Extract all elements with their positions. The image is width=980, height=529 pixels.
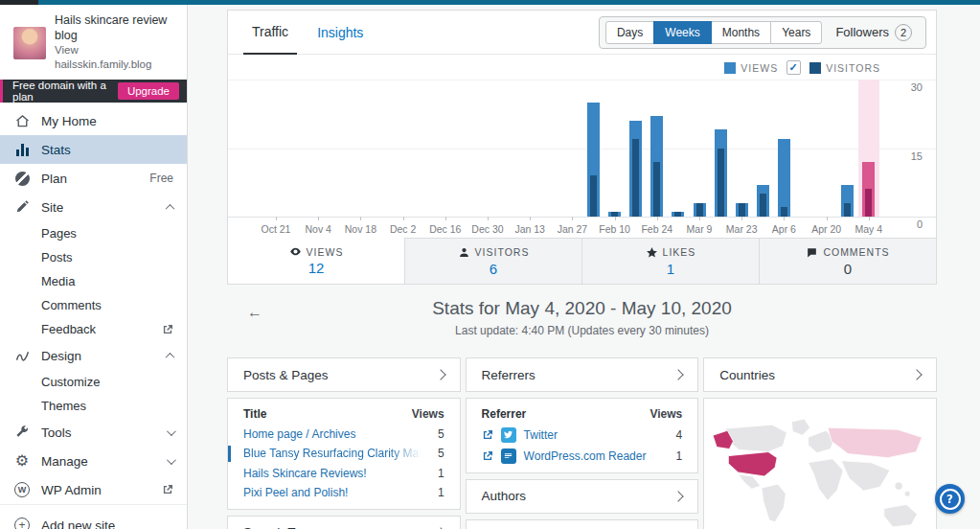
twitter-icon	[501, 427, 516, 443]
sidebar-item-tools[interactable]: Tools	[0, 418, 187, 447]
summary-tab-visitors[interactable]: VISITORS 6	[404, 238, 581, 284]
external-link-icon[interactable]	[482, 450, 493, 462]
x-axis-label: Feb 24	[634, 223, 680, 235]
sidebar-item-pages[interactable]: Pages	[0, 221, 187, 245]
visitors-bar[interactable]	[611, 212, 618, 217]
followers-button[interactable]: Followers 2	[822, 24, 923, 41]
sidebar-footer: + Add new site	[0, 504, 187, 529]
summary-tab-views[interactable]: VIEWS 12	[228, 238, 404, 284]
visitors-bar[interactable]	[590, 175, 597, 217]
stats-card: Traffic Insights Days Weeks Months Years…	[227, 10, 937, 285]
post-link[interactable]: Home page / Archives	[243, 427, 355, 441]
referrers-header[interactable]: Referrers	[466, 357, 699, 392]
x-axis-label: Jan 27	[549, 223, 595, 235]
table-row: Twitter 4	[467, 425, 698, 446]
sidebar-item-posts[interactable]: Posts	[0, 245, 187, 269]
x-axis-tick	[276, 217, 277, 220]
sidebar-item-label: Pages	[41, 226, 77, 241]
modules-column-3: Countries	[703, 357, 937, 529]
external-link-icon[interactable]	[482, 429, 493, 441]
sidebar-item-label: Customize	[41, 375, 100, 389]
summary-tab-likes[interactable]: LIKES 1	[581, 238, 759, 284]
visitors-bar[interactable]	[632, 139, 639, 217]
sidebar-item-customize[interactable]: Customize	[0, 370, 187, 394]
chevron-down-icon	[167, 429, 173, 436]
site-url-link[interactable]: View hailsskin.family.blog	[55, 43, 173, 72]
visitors-bar[interactable]	[696, 203, 703, 217]
summary-tab-comments[interactable]: COMMENTS 0	[759, 238, 936, 284]
x-axis-tick	[530, 217, 531, 220]
site-card[interactable]: Hails skincare review blog View hailsski…	[0, 5, 187, 80]
sidebar-item-stats[interactable]: Stats	[0, 135, 187, 164]
posts-pages-header[interactable]: Posts & Pages	[227, 357, 461, 392]
plus-circle-icon: +	[13, 517, 31, 529]
countries-map-card	[703, 398, 937, 529]
visitors-bar[interactable]	[739, 203, 745, 217]
sidebar-item-design[interactable]: Design	[0, 341, 187, 370]
sidebar-item-label: WP Admin	[41, 483, 102, 497]
x-axis-tick	[827, 217, 828, 220]
y-axis-label: 0	[917, 218, 923, 230]
visitors-bar[interactable]	[718, 149, 724, 218]
modules-column-2: Referrers Referrer Views Twitter 4 Wor	[466, 357, 699, 529]
visitors-checkbox[interactable]: ✓	[786, 60, 801, 75]
site-avatar	[13, 27, 46, 59]
interval-months-button[interactable]: Months	[711, 21, 771, 44]
interval-years-button[interactable]: Years	[770, 21, 822, 44]
sidebar-item-themes[interactable]: Themes	[0, 394, 187, 418]
chart-plot[interactable]: 01530Oct 21Nov 4Nov 18Dec 2Dec 16Dec 30J…	[228, 80, 936, 217]
sidebar-item-wp-admin[interactable]: W WP Admin	[0, 475, 187, 504]
visitors-bar[interactable]	[865, 189, 872, 217]
interval-weeks-button[interactable]: Weeks	[653, 21, 711, 44]
pencil-icon	[13, 198, 31, 216]
visitors-bar[interactable]	[674, 212, 681, 217]
sidebar-item-manage[interactable]: ⚙ Manage	[0, 447, 187, 475]
summary-label: COMMENTS	[823, 246, 889, 258]
back-arrow-button[interactable]: ←	[247, 304, 262, 321]
chart-gridline	[228, 217, 936, 218]
y-axis-label: 30	[911, 81, 923, 93]
upgrade-banner: Free domain with a plan Upgrade	[0, 80, 187, 103]
traffic-chart: VIEWS ✓ VISITORS 01530Oct 21Nov 4Nov 18D…	[228, 55, 936, 238]
chart-legend: VIEWS ✓ VISITORS	[724, 60, 880, 75]
summary-tabs: VIEWS 12 VISITORS 6 LIKES 1 COMMENTS 0	[228, 238, 936, 284]
tab-traffic[interactable]: Traffic	[243, 11, 297, 55]
visitors-swatch	[809, 62, 821, 74]
table-row: Pixi Peel and Polish! 1	[228, 483, 460, 503]
referrer-link[interactable]: WordPress.com Reader	[524, 449, 647, 463]
person-icon	[458, 246, 470, 259]
period-header: ← Stats for May 4, 2020 - May 10, 2020 L…	[227, 298, 937, 337]
x-axis-tick	[318, 217, 319, 220]
sidebar-item-media[interactable]: Media	[0, 269, 187, 293]
map-greenland	[792, 419, 810, 435]
visitors-bar[interactable]	[844, 203, 851, 217]
visitors-bar[interactable]	[760, 194, 766, 217]
sidebar-item-feedback[interactable]: Feedback	[0, 317, 187, 341]
world-map	[708, 406, 932, 529]
search-terms-header[interactable]: Search Terms	[227, 516, 461, 529]
upgrade-text: Free domain with a plan	[12, 80, 118, 103]
sidebar-item-site[interactable]: Site	[0, 193, 187, 221]
summary-comments-value: 0	[844, 261, 852, 277]
visitors-bar[interactable]	[781, 207, 787, 217]
add-new-site-button[interactable]: + Add new site	[0, 511, 187, 529]
post-link[interactable]: Blue Tansy Resurfacing Clarity Mask!	[243, 447, 422, 460]
post-link[interactable]: Hails Skincare Reviews!	[243, 467, 367, 480]
table-row: Blue Tansy Resurfacing Clarity Mask! 5	[228, 444, 460, 464]
stats-icon	[13, 141, 31, 158]
sidebar-item-my-home[interactable]: My Home	[0, 106, 187, 135]
views-bar[interactable]	[778, 139, 790, 217]
tab-insights[interactable]: Insights	[308, 11, 372, 55]
chevron-right-icon	[673, 369, 684, 380]
help-button[interactable]: ?	[935, 484, 965, 514]
countries-header[interactable]: Countries	[703, 357, 937, 392]
authors-header[interactable]: Authors	[466, 479, 699, 514]
referrer-link[interactable]: Twitter	[524, 428, 558, 442]
visitors-bar[interactable]	[653, 162, 660, 217]
map-africa	[809, 459, 844, 501]
sidebar-item-plan[interactable]: Plan Free	[0, 164, 187, 193]
interval-days-button[interactable]: Days	[605, 21, 654, 44]
sidebar-item-comments[interactable]: Comments	[0, 293, 187, 317]
upgrade-button[interactable]: Upgrade	[118, 82, 179, 100]
post-link[interactable]: Pixi Peel and Polish!	[243, 486, 348, 499]
